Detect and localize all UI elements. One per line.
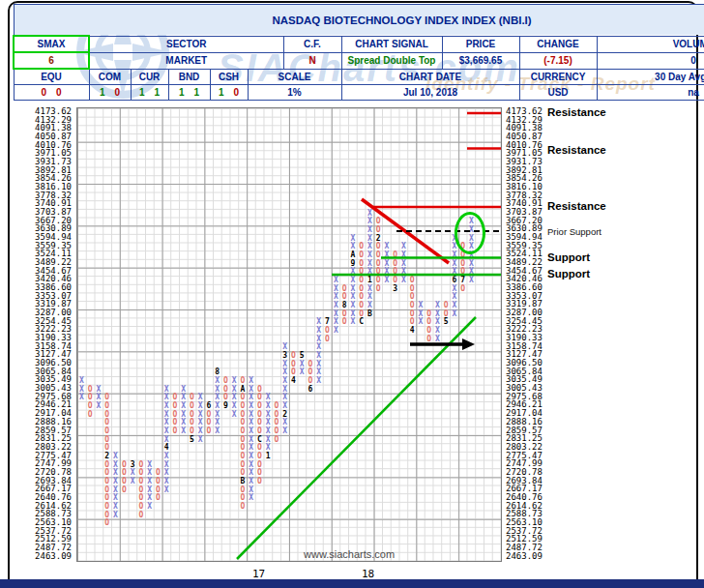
x-symbol: X xyxy=(467,234,476,243)
x-symbol: X xyxy=(467,267,476,276)
x-symbol: X xyxy=(213,401,221,410)
month-marker: 3 xyxy=(129,460,137,469)
equ-flags: 00 xyxy=(14,85,89,101)
o-symbol: O xyxy=(374,225,383,234)
sector-header: SECTOR xyxy=(89,36,283,52)
o-symbol: O xyxy=(374,267,383,276)
month-marker: 7 xyxy=(323,317,332,326)
x-symbol: X xyxy=(433,335,442,343)
o-symbol: O xyxy=(458,250,467,259)
x-symbol: X xyxy=(196,401,205,410)
o-symbol: O xyxy=(238,493,247,502)
o-symbol: O xyxy=(188,393,196,401)
x-symbol: X xyxy=(230,393,239,401)
x-symbol: X xyxy=(416,301,425,309)
x-symbol: X xyxy=(77,385,86,394)
o-symbol: O xyxy=(103,502,111,511)
x-symbol: X xyxy=(95,393,103,401)
x-symbol: X xyxy=(280,342,289,351)
x-symbol: X xyxy=(230,410,239,419)
o-symbol: O xyxy=(255,468,264,477)
month-marker: 1 xyxy=(264,452,273,460)
x-symbol: X xyxy=(264,426,273,435)
o-symbol: O xyxy=(255,460,264,469)
month-marker: B xyxy=(238,477,247,485)
month-marker: 2 xyxy=(103,452,111,460)
x-symbol: X xyxy=(162,401,171,410)
x-symbol: X xyxy=(382,267,391,276)
month-marker: C xyxy=(255,435,264,444)
o-symbol: O xyxy=(425,335,433,343)
month-marker: 8 xyxy=(213,368,221,376)
x-symbol: X xyxy=(247,376,255,385)
x-symbol: X xyxy=(145,485,154,494)
x-symbol: X xyxy=(95,385,103,394)
x-symbol: X xyxy=(179,426,188,435)
o-symbol: O xyxy=(120,477,129,485)
x-symbol: X xyxy=(213,376,221,385)
o-symbol: O xyxy=(120,485,129,494)
o-symbol: O xyxy=(307,376,315,385)
x-symbol: X xyxy=(213,418,221,426)
o-symbol: O xyxy=(170,393,179,401)
flag-digit: 0 xyxy=(51,87,67,98)
x-symbol: X xyxy=(348,317,357,326)
x-symbol: X xyxy=(179,385,188,394)
o-symbol: O xyxy=(238,401,247,410)
x-symbol: X xyxy=(450,301,458,309)
x-symbol: X xyxy=(382,259,391,268)
x-symbol: X xyxy=(111,485,120,494)
x-symbol: X xyxy=(111,460,120,469)
month-marker: 4 xyxy=(162,443,171,452)
x-symbol: X xyxy=(366,259,374,268)
point-and-figure-plot: XXXOOOOXXXOOOOOOO2OOOOOOOOXXXXXXXXOOOO3X… xyxy=(76,107,502,562)
o-symbol: O xyxy=(408,301,417,309)
o-symbol: O xyxy=(103,435,111,444)
o-symbol: O xyxy=(103,401,111,410)
o-symbol: O xyxy=(238,485,247,494)
o-symbol: O xyxy=(238,502,247,511)
o-symbol: O xyxy=(374,284,383,293)
annotation-resistance: Resistance xyxy=(547,200,606,212)
x-symbol: X xyxy=(129,468,137,477)
x-symbol: X xyxy=(314,335,323,343)
o-symbol: O xyxy=(323,335,332,343)
x-symbol: X xyxy=(467,250,476,259)
smax-value: 6 xyxy=(14,52,89,69)
x-symbol: X xyxy=(366,209,374,218)
o-symbol: O xyxy=(103,460,111,469)
x-symbol: X xyxy=(332,301,340,309)
flag-digit: 0 xyxy=(36,87,51,98)
o-symbol: O xyxy=(255,393,264,401)
x-symbol: X xyxy=(314,326,323,335)
x-symbol: X xyxy=(467,217,476,225)
x-symbol: X xyxy=(348,309,357,318)
x-symbol: X xyxy=(450,234,458,243)
x-symbol: X xyxy=(196,426,205,435)
o-symbol: O xyxy=(188,401,196,410)
x-symbol: X xyxy=(264,393,273,401)
x-symbol: X xyxy=(230,385,239,394)
x-symbol: X xyxy=(162,485,171,494)
o-symbol: O xyxy=(307,360,315,368)
x-symbol: X xyxy=(467,276,476,284)
chart-date-value: Jul 10, 2018 xyxy=(341,85,519,101)
x-symbol: X xyxy=(450,309,458,318)
o-symbol: O xyxy=(458,259,467,268)
o-symbol: O xyxy=(238,443,247,452)
o-symbol: O xyxy=(357,309,366,318)
o-symbol: O xyxy=(238,452,247,460)
o-symbol: O xyxy=(103,511,111,519)
x-symbol: X xyxy=(213,385,221,394)
x-symbol: X xyxy=(416,309,425,318)
month-marker: 2 xyxy=(280,410,289,419)
x-symbol: X xyxy=(433,309,442,318)
x-symbol: X xyxy=(145,493,154,502)
x-symbol: X xyxy=(213,410,221,419)
o-symbol: O xyxy=(204,426,213,435)
x-symbol: X xyxy=(247,443,255,452)
x-symbol: X xyxy=(162,452,171,460)
o-symbol: O xyxy=(255,410,264,419)
x-symbol: X xyxy=(230,401,239,410)
x-symbol: X xyxy=(450,284,458,293)
